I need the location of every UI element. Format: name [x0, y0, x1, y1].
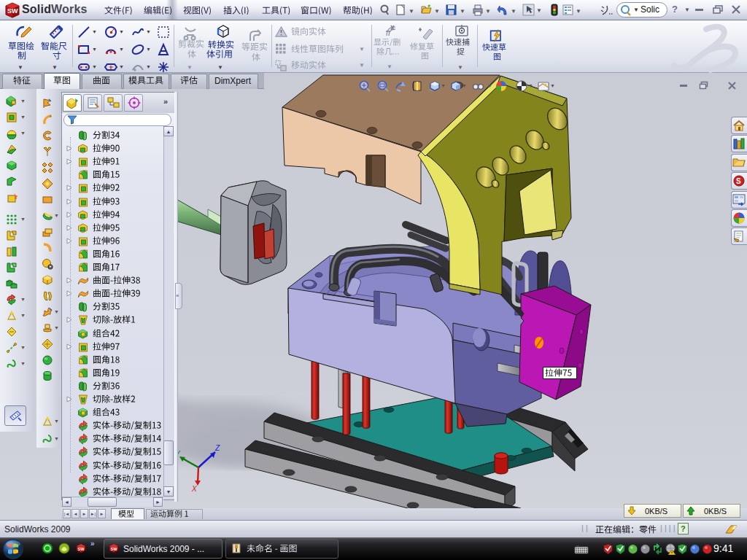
- svg-text:SW: SW: [78, 547, 85, 551]
- svg-text:SW: SW: [7, 7, 18, 15]
- svg-text:X: X: [191, 485, 197, 493]
- svg-text:Z: Z: [214, 444, 220, 452]
- svg-text:····: ····: [576, 545, 579, 548]
- svg-text:S: S: [736, 177, 741, 185]
- svg-text:SW: SW: [111, 547, 118, 551]
